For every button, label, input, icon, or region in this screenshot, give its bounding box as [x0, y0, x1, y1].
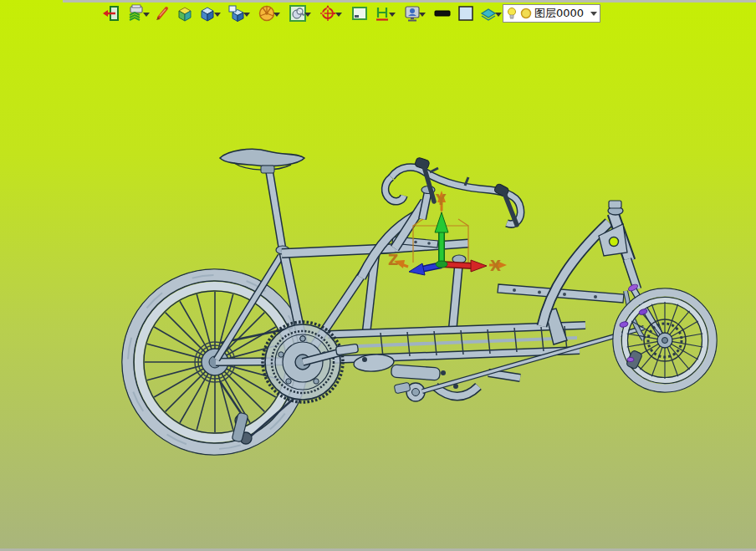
model-viewport[interactable]: Y X Z [0, 0, 756, 551]
cad-workspace: 图层0000 [0, 0, 756, 551]
saddle [220, 149, 304, 173]
axis-z-label: Z [388, 252, 398, 268]
handlebar [386, 157, 521, 225]
under-deck-parts [353, 328, 644, 401]
cargo-frame [282, 202, 624, 360]
axis-x-label: X [490, 258, 501, 274]
axis-y-label: Y [435, 191, 447, 208]
